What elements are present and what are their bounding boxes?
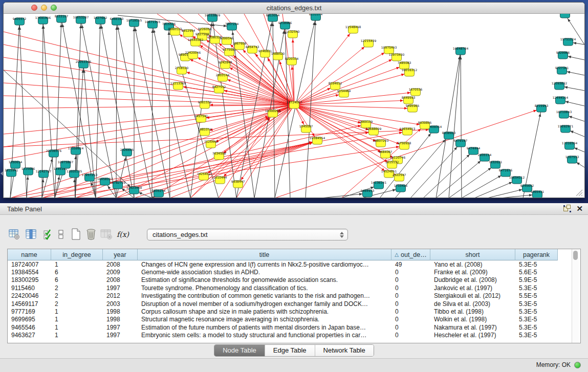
graph-edge[interactable]: [219, 105, 294, 156]
close-panel-icon[interactable]: ✕: [576, 205, 583, 212]
table-scrollbar[interactable]: [572, 249, 579, 343]
graph-edge[interactable]: [27, 171, 28, 198]
arrowhead-icon: [347, 34, 350, 37]
graph-edge[interactable]: [4, 105, 294, 134]
graph-node-label: 9218986: [278, 21, 292, 25]
graph-edge[interactable]: [225, 65, 294, 105]
cell-pagerank: 5.9E-5: [515, 276, 558, 284]
create-table-button[interactable]: [70, 228, 82, 240]
arrowhead-icon: [108, 186, 111, 189]
network-canvas[interactable]: 1872400794055721769140685331071065328715…: [4, 14, 584, 198]
graph-edge[interactable]: [449, 51, 461, 198]
graph-edge[interactable]: [190, 114, 273, 198]
graph-edge[interactable]: [4, 105, 294, 147]
graph-node-label: 8220334: [285, 57, 299, 60]
graph-edge[interactable]: [100, 20, 134, 198]
graph-node-label: 9405572: [13, 17, 27, 20]
column-header-in_degree[interactable]: in_degree: [51, 249, 103, 260]
graph-edge[interactable]: [4, 96, 294, 105]
graph-node-label: 16543382: [188, 38, 204, 41]
tab-network-table[interactable]: Network Table: [315, 345, 374, 356]
graph-edge[interactable]: [410, 143, 461, 198]
table-row[interactable]: 911546021997Tourette syndrome. Phenomeno…: [8, 284, 558, 292]
zoom-window-icon[interactable]: [51, 5, 57, 11]
row-height-button[interactable]: [57, 228, 64, 240]
cell-pagerank: 5.5E-5: [515, 292, 558, 300]
citation-graph[interactable]: 1872400794055721769140685331071065328715…: [4, 14, 584, 198]
column-header-out_de[interactable]: △out_de…: [391, 249, 430, 260]
network-view-window[interactable]: citations_edges.txt 18724007940557217691…: [3, 2, 585, 198]
tab-edge-table[interactable]: Edge Table: [265, 345, 315, 356]
graph-edge[interactable]: [96, 20, 100, 198]
cell-title: Structural magnetic resonance image aver…: [138, 316, 391, 323]
column-header-name[interactable]: name: [8, 249, 51, 260]
graph-edge[interactable]: [461, 51, 462, 198]
arrowhead-icon: [533, 110, 537, 113]
delete-entries-button[interactable]: [85, 228, 97, 240]
table-selector-dropdown[interactable]: citations_edges.txt: [147, 229, 348, 240]
graph-edge[interactable]: [4, 105, 294, 108]
graph-edge[interactable]: [294, 105, 412, 108]
graph-edge[interactable]: [116, 21, 117, 198]
column-header-year[interactable]: year: [103, 249, 138, 260]
table-row[interactable]: 1456911722003Disruption of a novel membe…: [8, 300, 558, 308]
show-columns-button[interactable]: [25, 228, 37, 240]
table-row[interactable]: 1830029562008Estimation of significance …: [8, 276, 558, 284]
graph-edge[interactable]: [169, 27, 170, 198]
graph-edge[interactable]: [306, 17, 316, 198]
float-panel-icon[interactable]: [563, 205, 571, 212]
network-window-titlebar[interactable]: citations_edges.txt: [4, 3, 584, 14]
cell-in_degree: 1: [51, 332, 103, 339]
graph-node-label: 19384554: [310, 136, 325, 140]
table-row[interactable]: 946554611997Estimation of the future num…: [8, 323, 558, 331]
graph-edge[interactable]: [294, 43, 368, 105]
column-header-title[interactable]: title: [138, 249, 391, 260]
table-row[interactable]: 1938455462009Genome-wide association stu…: [8, 268, 558, 276]
graph-edge[interactable]: [211, 114, 273, 144]
cell-in_degree: 6: [51, 276, 103, 284]
arrowhead-icon: [407, 92, 410, 94]
graph-node-label: 9464913: [361, 189, 375, 192]
graph-node-label: 10975493: [381, 46, 397, 49]
graph-node-label: 13505135: [67, 169, 82, 173]
graph-edge[interactable]: [182, 71, 294, 105]
resize-grip-icon[interactable]: [575, 189, 583, 197]
arrowhead-icon: [187, 72, 190, 74]
graph-node-label: 17691406: [35, 16, 51, 19]
arrowhead-icon: [232, 32, 234, 35]
minimize-window-icon[interactable]: [41, 5, 47, 11]
graph-edge[interactable]: [75, 64, 83, 198]
graph-edge[interactable]: [152, 141, 317, 198]
table-options-button[interactable]: [8, 228, 20, 240]
column-header-short[interactable]: short: [430, 249, 515, 260]
table-row[interactable]: 2242004622012Investigating the contribut…: [8, 292, 558, 300]
table-row[interactable]: 969969511998Structural magnetic resonanc…: [8, 316, 558, 323]
column-header-pagerank[interactable]: pagerank: [515, 249, 558, 260]
close-window-icon[interactable]: [31, 5, 37, 11]
graph-node-label: 2935114: [478, 153, 492, 157]
cell-in_degree: 2: [51, 292, 103, 300]
sort-ascending-icon: △: [395, 252, 399, 257]
tab-node-table[interactable]: Node Table: [214, 345, 265, 356]
table-row[interactable]: 1872400712008Changes of HCN gene express…: [8, 260, 558, 268]
scrollbar-thumb[interactable]: [573, 251, 578, 260]
graph-node-label: 11548498: [345, 25, 361, 29]
select-all-check-button[interactable]: [42, 228, 55, 240]
cell-out_de: 0: [391, 292, 430, 300]
graph-node-label: 8131074: [309, 14, 323, 16]
graph-edge[interactable]: [170, 141, 317, 198]
graph-node-label: 16671355: [145, 20, 161, 24]
table-row[interactable]: 977716911998Corpus callosum shape and si…: [8, 308, 558, 315]
arrowhead-icon: [393, 189, 396, 191]
cell-short: Nakamura et al. (1997): [430, 323, 515, 331]
graph-node-teal[interactable]: [560, 14, 570, 18]
graph-edge[interactable]: [193, 55, 294, 105]
graph-edge[interactable]: [423, 151, 473, 198]
graph-edge[interactable]: [81, 20, 116, 198]
table-row[interactable]: 946362711997Embryonic stem cells: a mode…: [8, 332, 558, 339]
cell-short: Wolkin et al. (1998): [430, 316, 515, 323]
arrowhead-icon: [381, 53, 384, 55]
graph-edge[interactable]: [275, 108, 541, 198]
table-toolbar: f(x) citations_edges.txt: [0, 228, 588, 243]
function-builder-button[interactable]: f(x): [117, 228, 129, 240]
